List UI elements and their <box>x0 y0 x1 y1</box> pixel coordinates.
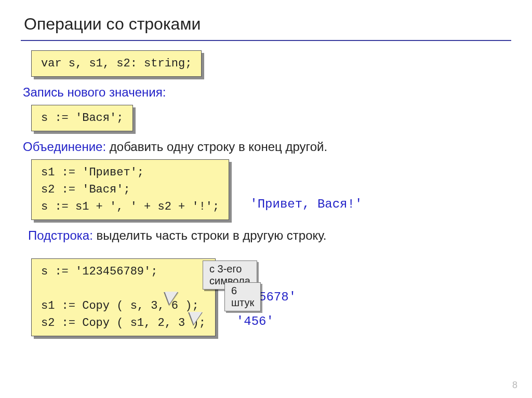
page-title: Операции со строками <box>24 15 511 34</box>
slide-root: Операции со строками var s, s1, s2: stri… <box>0 0 532 398</box>
code-declaration: var s, s1, s2: string; <box>31 50 202 77</box>
substr-row: s := '123456789'; s1 := Copy ( s, 3, 6 )… <box>21 248 511 336</box>
callout-count: 6 штук <box>224 282 261 311</box>
label-concat-blue: Объединение: <box>23 140 106 154</box>
label-substr: Подстрока: выделить часть строки в другу… <box>28 228 511 243</box>
code-concat: s1 := 'Привет'; s2 := 'Вася'; s := s1 + … <box>31 159 229 220</box>
concat-row: s1 := 'Привет'; s2 := 'Вася'; s := s1 + … <box>21 159 511 220</box>
substr-wrap: s := '123456789'; s1 := Copy ( s, 3, 6 )… <box>21 258 216 336</box>
label-substr-rest: выделить часть строки в другую строку. <box>93 228 327 242</box>
callout-tail-2 <box>188 312 203 326</box>
label-assign-text: Запись нового значения: <box>23 85 166 99</box>
label-assign: Запись нового значения: <box>23 85 511 100</box>
title-divider <box>21 40 511 41</box>
callout-tail-1 <box>164 292 178 306</box>
result-substr-2: '456' <box>236 314 296 328</box>
code-assign: s := 'Вася'; <box>31 105 133 131</box>
page-number: 8 <box>512 380 517 391</box>
label-substr-blue: Подстрока: <box>28 228 93 242</box>
label-concat-rest: добавить одну строку в конец другой. <box>106 140 327 154</box>
label-concat: Объединение: добавить одну строку в коне… <box>23 140 511 154</box>
result-concat: 'Привет, Вася!' <box>250 197 362 211</box>
